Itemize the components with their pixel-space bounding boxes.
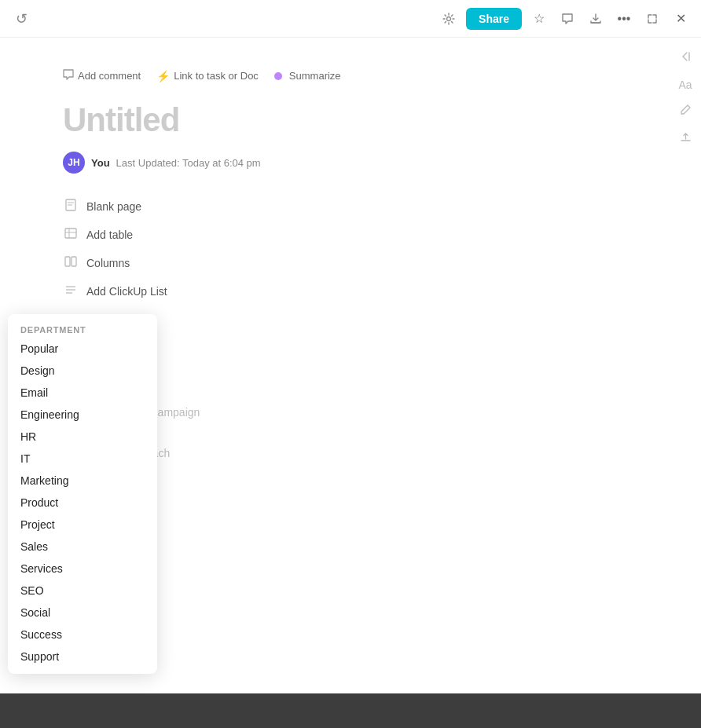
add-clickup-list-option[interactable]: Add ClickUp List <box>63 280 607 302</box>
right-sidebar: Aa <box>670 38 701 728</box>
dept-item-marketing[interactable]: Marketing <box>8 470 157 492</box>
edit-icon[interactable] <box>680 104 692 119</box>
list-icon <box>63 284 79 299</box>
blank-page-icon <box>63 199 79 214</box>
add-table-option[interactable]: Add table <box>63 224 607 246</box>
doc-title[interactable]: Untitled <box>63 101 607 139</box>
author-name: You <box>91 157 110 169</box>
dept-item-hr[interactable]: HR <box>8 426 157 448</box>
dept-item-seo[interactable]: SEO <box>8 580 157 602</box>
summarize-label: Summarize <box>289 70 341 82</box>
columns-label: Columns <box>86 257 130 269</box>
table-icon <box>63 227 79 243</box>
typography-icon[interactable]: Aa <box>678 79 692 91</box>
upload-icon[interactable] <box>680 131 692 146</box>
avatar: JH <box>63 152 85 174</box>
blank-page-option[interactable]: Blank page <box>63 196 607 218</box>
svg-rect-7 <box>65 257 70 266</box>
summarize-button[interactable]: Summarize <box>274 70 341 82</box>
dept-item-support[interactable]: Support <box>8 646 157 668</box>
template-options: Blank page Add table <box>63 196 607 330</box>
dept-item-sales[interactable]: Sales <box>8 536 157 558</box>
link-task-button[interactable]: ⚡ Link to task or Doc <box>156 70 259 82</box>
link-task-label: Link to task or Doc <box>174 70 259 82</box>
comment-icon <box>63 69 74 82</box>
footer-bar <box>0 693 701 728</box>
settings-icon[interactable] <box>438 8 460 30</box>
add-comment-label: Add comment <box>78 70 141 82</box>
svg-rect-4 <box>65 229 76 238</box>
add-table-label: Add table <box>86 229 133 241</box>
more-icon[interactable]: ••• <box>613 8 635 30</box>
dept-item-services[interactable]: Services <box>8 558 157 580</box>
share-button[interactable]: Share <box>466 8 522 30</box>
sidebar-collapse-icon[interactable] <box>679 50 692 66</box>
topbar-icons: Share ☆ ••• ✕ <box>438 8 692 30</box>
star-icon[interactable]: ☆ <box>528 8 550 30</box>
svg-point-0 <box>447 16 451 20</box>
columns-option[interactable]: Columns <box>63 252 607 274</box>
undo-icon[interactable]: ↺ <box>9 4 34 34</box>
link-icon: ⚡ <box>156 70 170 82</box>
dept-item-social[interactable]: Social <box>8 602 157 624</box>
dept-item-email[interactable]: Email <box>8 382 157 404</box>
blank-page-label: Blank page <box>86 200 141 213</box>
dept-item-it[interactable]: IT <box>8 448 157 470</box>
toolbar-row: Add comment ⚡ Link to task or Doc Summar… <box>63 69 607 82</box>
download-icon[interactable] <box>585 8 607 30</box>
department-section-label: DEPARTMENT <box>8 320 157 338</box>
dept-item-popular[interactable]: Popular <box>8 338 157 360</box>
dept-item-success[interactable]: Success <box>8 624 157 646</box>
author-row: JH You Last Updated: Today at 6:04 pm <box>63 152 607 174</box>
svg-rect-8 <box>72 257 76 266</box>
last-updated-label: Last Updated: Today at 6:04 pm <box>116 157 261 169</box>
close-icon[interactable]: ✕ <box>670 8 692 30</box>
topbar: ↺ Share ☆ ••• ✕ <box>0 0 701 38</box>
dept-item-project[interactable]: Project <box>8 514 157 536</box>
add-clickup-list-label: Add ClickUp List <box>86 285 167 298</box>
department-dropdown: DEPARTMENT Popular Design Email Engineer… <box>8 314 157 674</box>
expand-icon[interactable] <box>641 8 663 30</box>
add-comment-button[interactable]: Add comment <box>63 69 141 82</box>
columns-icon <box>63 255 79 271</box>
summarize-dot <box>274 72 282 80</box>
dept-item-engineering[interactable]: Engineering <box>8 404 157 426</box>
dept-item-design[interactable]: Design <box>8 360 157 382</box>
chat-icon[interactable] <box>556 8 578 30</box>
dept-item-product[interactable]: Product <box>8 492 157 514</box>
